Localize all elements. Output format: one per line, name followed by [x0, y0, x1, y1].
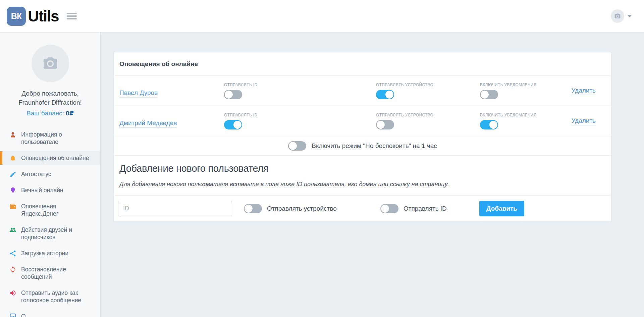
friends-icon [9, 226, 16, 233]
sidebar-item-cutoff[interactable]: О [0, 310, 100, 317]
id-input[interactable] [118, 201, 232, 216]
bell-icon [9, 155, 16, 162]
notifications-toggle[interactable] [480, 120, 498, 129]
account-avatar[interactable] [611, 9, 624, 23]
welcome-text: Добро пожаловать, Fraunhofer Diffraction… [0, 89, 100, 107]
send-id-label: ОТПРАВЛЯТЬ ID [224, 83, 257, 87]
sidebar-item-label: Оповещения Яндекс.Денег [21, 203, 94, 217]
balance-label: Ваш баланс: [26, 110, 66, 117]
vk-logo-icon: ВК [7, 7, 26, 26]
sidebar-item-label: Автостатус [21, 170, 51, 178]
photo-icon [9, 313, 16, 317]
profile-block: Добро пожаловать, Fraunhofer Diffraction… [0, 45, 100, 117]
send-id-group: ОТПРАВЛЯТЬ ID [224, 83, 257, 99]
add-send-device-group: Отправлять устройство [244, 204, 337, 213]
add-user-header: Добавление нового пользователя Для добав… [114, 156, 611, 196]
card-title: Оповещения об онлайне [114, 52, 611, 76]
header-account-area [611, 9, 632, 23]
online-alerts-card: Оповещения об онлайне Павел Дуров ОТПРАВ… [114, 52, 611, 222]
sidebar: Добро пожаловать, Fraunhofer Diffraction… [0, 33, 101, 317]
account-caret-down-icon[interactable] [627, 15, 632, 17]
user-row: Павел Дуров ОТПРАВЛЯТЬ ID ОТПРАВЛЯТЬ УСТ… [114, 76, 611, 106]
send-device-group: ОТПРАВЛЯТЬ УСТРОЙСТВО [376, 113, 433, 129]
notifications-toggle[interactable] [480, 90, 498, 99]
add-send-device-label: Отправлять устройство [267, 205, 337, 212]
sidebar-item-yandex-money-alerts[interactable]: Оповещения Яндекс.Денег [0, 200, 100, 220]
restore-icon [9, 266, 16, 273]
send-device-label: ОТПРАВЛЯТЬ УСТРОЙСТВО [376, 113, 433, 117]
bulb-icon [9, 187, 16, 194]
app-title: Utils [28, 7, 59, 25]
sidebar-nav: Информация о пользователе Оповещения об … [0, 128, 100, 317]
share-icon [9, 250, 16, 257]
add-send-id-toggle[interactable] [380, 204, 398, 213]
send-id-group: ОТПРАВЛЯТЬ ID [224, 113, 257, 129]
notifications-group: ВКЛЮЧИТЬ УВЕДОМЛЕНИЯ [480, 113, 537, 129]
camera-icon [42, 55, 58, 71]
app-logo[interactable]: ВК Utils [7, 7, 59, 26]
dnd-toggle[interactable] [288, 141, 306, 151]
speaker-icon [9, 289, 16, 297]
wallet-icon [9, 203, 16, 210]
notifications-label: ВКЛЮЧИТЬ УВЕДОМЛЕНИЯ [480, 113, 537, 117]
sidebar-item-online-alerts[interactable]: Оповещения об онлайне [0, 151, 100, 165]
main-content: Оповещения об онлайне Павел Дуров ОТПРАВ… [101, 33, 644, 317]
sidebar-item-label: О [21, 313, 26, 317]
delete-link[interactable]: Удалить [571, 117, 596, 125]
send-device-toggle[interactable] [376, 120, 394, 129]
notifications-label: ВКЛЮЧИТЬ УВЕДОМЛЕНИЯ [480, 83, 537, 87]
sidebar-item-eternal-online[interactable]: Вечный онлайн [0, 183, 100, 197]
add-send-id-label: Отправлять ID [404, 205, 447, 212]
user-name-link[interactable]: Павел Дуров [119, 89, 158, 97]
sidebar-item-audio-voice[interactable]: Отправить аудио как голосовое сообщение [0, 286, 100, 307]
add-user-button[interactable]: Добавить [479, 201, 524, 216]
app-header: ВК Utils [0, 0, 644, 33]
send-device-label: ОТПРАВЛЯТЬ УСТРОЙСТВО [376, 83, 433, 87]
send-id-label: ОТПРАВЛЯТЬ ID [224, 113, 257, 117]
add-send-id-group: Отправлять ID [380, 204, 447, 213]
add-user-row: Отправлять устройство Отправлять ID Доба… [114, 196, 611, 221]
sidebar-item-user-info[interactable]: Информация о пользователе [0, 128, 100, 149]
welcome-line1: Добро пожаловать, [0, 89, 100, 98]
welcome-line2: Fraunhofer Diffraction! [0, 98, 100, 107]
sidebar-item-message-recovery[interactable]: Восстановление сообщений [0, 263, 100, 283]
hamburger-menu-icon[interactable] [67, 13, 77, 19]
notifications-group: ВКЛЮЧИТЬ УВЕДОМЛЕНИЯ [480, 83, 537, 99]
add-user-description: Для добавления нового пользователя встав… [119, 181, 606, 188]
sidebar-item-autostatus[interactable]: Автостатус [0, 167, 100, 181]
add-send-device-toggle[interactable] [244, 204, 262, 213]
user-row: Дмитрий Медведев ОТПРАВЛЯТЬ ID ОТПРАВЛЯТ… [114, 106, 611, 136]
sidebar-item-label: Оповещения об онлайне [21, 154, 89, 162]
dnd-label: Включить режим "Не беспокоить" на 1 час [312, 142, 437, 150]
sidebar-item-label: Информация о пользователе [21, 131, 94, 146]
profile-avatar[interactable] [32, 45, 69, 82]
sidebar-item-story-upload[interactable]: Загрузка истории [0, 247, 100, 260]
send-id-toggle[interactable] [224, 120, 242, 129]
pencil-icon [9, 171, 16, 178]
dnd-row: Включить режим "Не беспокоить" на 1 час [114, 136, 611, 156]
send-device-group: ОТПРАВЛЯТЬ УСТРОЙСТВО [376, 83, 433, 99]
sidebar-item-friends-actions[interactable]: Действия друзей и подписчиков [0, 223, 100, 244]
camera-icon [614, 13, 621, 19]
add-user-title: Добавление нового пользователя [119, 163, 606, 174]
balance-link[interactable]: Ваш баланс: 0₽ [0, 109, 100, 117]
person-icon [9, 131, 16, 138]
user-name-link[interactable]: Дмитрий Медведев [119, 119, 177, 127]
sidebar-item-label: Вечный онлайн [21, 187, 63, 194]
sidebar-item-label: Отправить аудио как голосовое сообщение [21, 289, 94, 304]
sidebar-item-label: Восстановление сообщений [21, 266, 94, 280]
delete-link[interactable]: Удалить [571, 87, 596, 95]
sidebar-item-label: Действия друзей и подписчиков [21, 226, 94, 241]
balance-value: 0₽ [66, 110, 74, 117]
send-device-toggle[interactable] [376, 90, 394, 99]
sidebar-item-label: Загрузка истории [21, 250, 68, 257]
send-id-toggle[interactable] [224, 90, 242, 99]
